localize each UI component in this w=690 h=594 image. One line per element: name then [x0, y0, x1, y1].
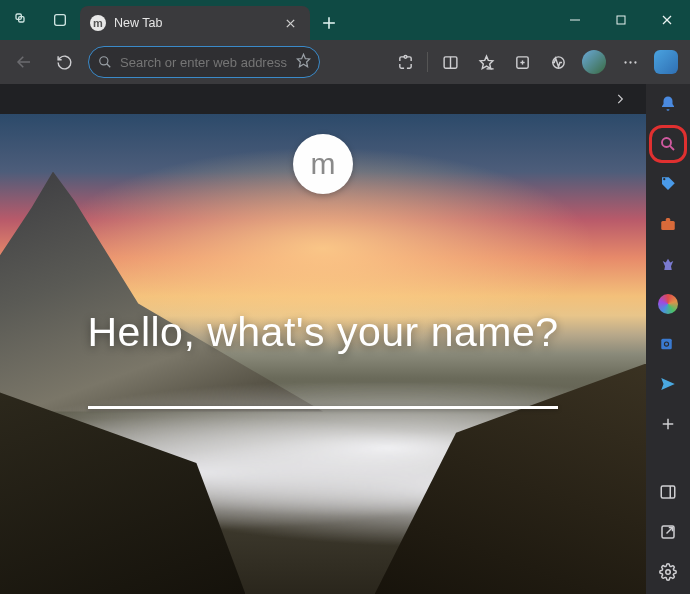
svg-marker-14: [297, 54, 310, 67]
add-icon[interactable]: [654, 410, 682, 438]
page-logo-letter: m: [311, 147, 336, 181]
m365-icon[interactable]: [654, 290, 682, 318]
settings-icon[interactable]: [654, 558, 682, 586]
right-sidebar: [646, 84, 690, 594]
copilot-button[interactable]: [650, 46, 682, 78]
content-column: m Hello, what's your name?: [0, 84, 646, 594]
search-icon: [97, 55, 112, 69]
tab-title: New Tab: [114, 16, 162, 30]
external-icon[interactable]: [654, 518, 682, 546]
tab-active[interactable]: m New Tab: [80, 6, 310, 40]
sub-toolbar: [0, 84, 646, 114]
name-input-line[interactable]: [88, 406, 558, 409]
new-tab-button[interactable]: [314, 8, 344, 38]
svg-point-31: [665, 343, 668, 346]
profile-button[interactable]: [578, 46, 610, 78]
search-icon[interactable]: [654, 130, 682, 158]
svg-point-37: [666, 570, 671, 575]
toolbar: [0, 40, 690, 84]
separator: [427, 52, 428, 72]
svg-rect-8: [617, 16, 625, 24]
performance-button[interactable]: [542, 46, 574, 78]
tab-close-button[interactable]: [280, 13, 300, 33]
titlebar-left: [0, 0, 76, 40]
svg-point-26: [662, 138, 671, 147]
sidepanel-icon[interactable]: [654, 478, 682, 506]
address-input[interactable]: [112, 55, 296, 70]
svg-rect-28: [661, 221, 675, 230]
svg-rect-2: [55, 15, 66, 26]
svg-point-15: [404, 55, 407, 58]
tools-icon[interactable]: [654, 210, 682, 238]
outlook-icon[interactable]: [654, 330, 682, 358]
back-button[interactable]: [8, 46, 40, 78]
split-screen-button[interactable]: [434, 46, 466, 78]
tab-favicon: m: [90, 15, 106, 31]
avatar-icon: [582, 50, 606, 74]
collections-button[interactable]: [506, 46, 538, 78]
games-icon[interactable]: [654, 250, 682, 278]
toolbar-right: [389, 46, 682, 78]
title-bar: m New Tab: [0, 0, 690, 40]
svg-line-13: [106, 64, 110, 68]
greeting-text: Hello, what's your name?: [0, 309, 646, 356]
svg-point-24: [629, 61, 631, 63]
svg-marker-18: [480, 56, 493, 68]
window-controls: [552, 0, 690, 40]
refresh-button[interactable]: [48, 46, 80, 78]
copilot-icon: [654, 50, 678, 74]
tab-strip: m New Tab: [80, 0, 344, 40]
svg-line-27: [670, 146, 674, 150]
body-area: m Hello, what's your name?: [0, 84, 690, 594]
close-window-button[interactable]: [644, 0, 690, 40]
notifications-icon[interactable]: [654, 90, 682, 118]
drop-icon[interactable]: [654, 370, 682, 398]
favorites-button[interactable]: [470, 46, 502, 78]
address-bar[interactable]: [88, 46, 320, 78]
favorite-icon[interactable]: [296, 53, 311, 72]
svg-point-25: [634, 61, 636, 63]
minimize-button[interactable]: [552, 0, 598, 40]
m365-glyph: [658, 294, 678, 314]
new-tab-page: m Hello, what's your name?: [0, 114, 646, 594]
extensions-button[interactable]: [389, 46, 421, 78]
tab-actions-icon[interactable]: [44, 4, 76, 36]
browser-window: m New Tab: [0, 0, 690, 594]
svg-rect-34: [661, 486, 675, 498]
more-button[interactable]: [614, 46, 646, 78]
svg-point-23: [624, 61, 626, 63]
workspaces-icon[interactable]: [6, 4, 38, 36]
maximize-button[interactable]: [598, 0, 644, 40]
page-logo: m: [293, 134, 353, 194]
svg-point-12: [99, 57, 107, 65]
expand-button[interactable]: [604, 83, 636, 115]
shopping-icon[interactable]: [654, 170, 682, 198]
